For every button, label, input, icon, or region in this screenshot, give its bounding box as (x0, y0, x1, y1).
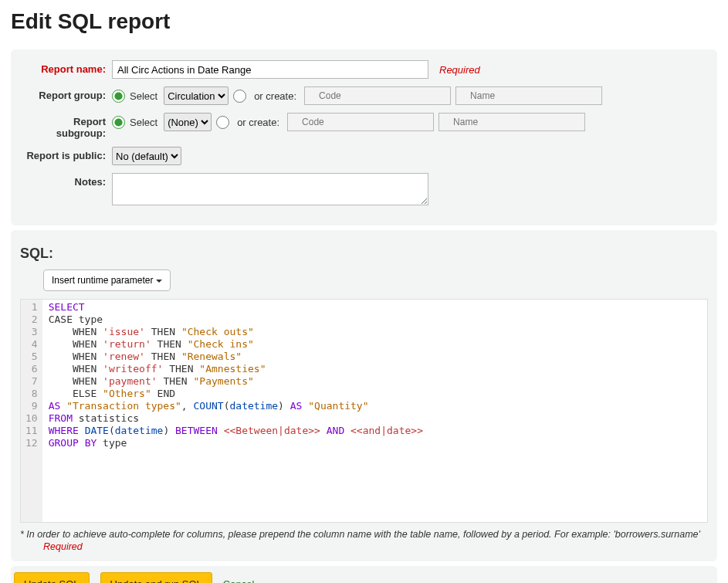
group-create-radio[interactable] (233, 90, 246, 103)
subgroup-select-dropdown[interactable]: (None) (164, 113, 212, 131)
report-public-dropdown[interactable]: No (default) (112, 147, 181, 165)
subgroup-create-radio[interactable] (216, 116, 229, 129)
update-sql-button[interactable]: Update SQL (14, 572, 90, 583)
subgroup-orcreate-label: or create: (237, 117, 279, 128)
action-bar: Update SQL Update and run SQL Cancel (11, 566, 717, 583)
editor-gutter: 1 2 3 4 5 6 7 8 9 10 11 12 (21, 300, 42, 522)
group-select-dropdown[interactable]: Circulation (164, 86, 229, 105)
required-tag: Required (439, 64, 480, 76)
notes-textarea[interactable] (112, 173, 428, 205)
autocomplete-hint: * In order to achieve auto-complete for … (20, 529, 708, 540)
subgroup-code-input[interactable] (287, 113, 434, 131)
editor-code[interactable]: SELECTCASE type WHEN 'issue' THEN "Check… (42, 300, 707, 522)
subgroup-select-radio[interactable] (112, 116, 125, 129)
subgroup-name-input[interactable] (438, 113, 585, 131)
sql-heading: SQL: (20, 246, 708, 262)
sql-editor[interactable]: 1 2 3 4 5 6 7 8 9 10 11 12 SELECTCASE ty… (20, 299, 708, 523)
report-name-label: Report name: (23, 60, 112, 75)
group-select-label: Select (130, 90, 157, 102)
group-select-radio[interactable] (112, 90, 125, 103)
report-group-label: Report group: (23, 86, 112, 101)
group-code-input[interactable] (304, 86, 451, 105)
report-name-input[interactable] (112, 60, 428, 79)
page-title: Edit SQL report (11, 9, 717, 34)
group-orcreate-label: or create: (254, 90, 296, 102)
insert-runtime-param-button[interactable]: Insert runtime parameter (43, 269, 171, 291)
sql-required-tag: Required (43, 541, 708, 552)
report-subgroup-label: Report subgroup: (23, 113, 112, 139)
sql-section: SQL: Insert runtime parameter 1 2 3 4 5 … (11, 230, 717, 561)
notes-label: Notes: (23, 173, 112, 188)
report-public-label: Report is public: (23, 147, 112, 161)
group-name-input[interactable] (455, 86, 602, 105)
cancel-link[interactable]: Cancel (223, 578, 254, 583)
subgroup-select-label: Select (130, 117, 157, 128)
chevron-down-icon (156, 280, 162, 283)
update-and-run-sql-button[interactable]: Update and run SQL (100, 572, 212, 583)
report-form: Report name: Required Report group: Sele… (11, 49, 717, 225)
